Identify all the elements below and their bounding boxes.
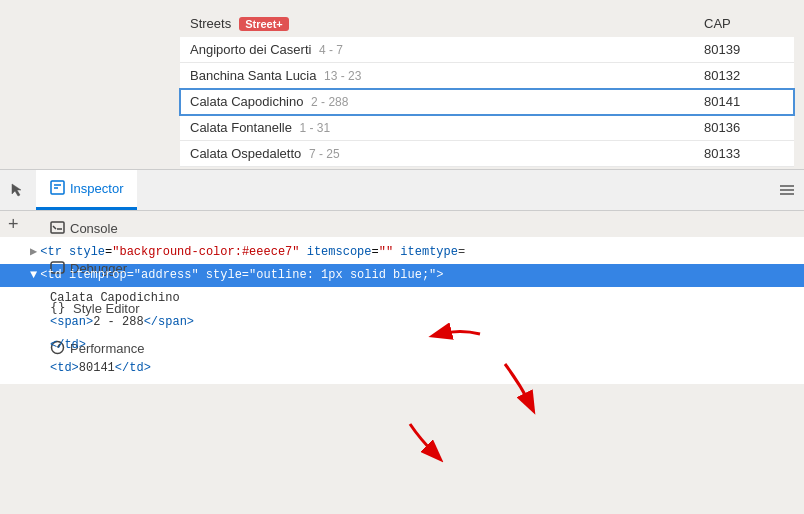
streets-header: Streets Street+ [190,16,704,31]
text: 2 - 288 [93,315,143,329]
attr-name: itemprop [62,268,127,282]
street-range: 4 - 7 [319,43,343,57]
table-row[interactable]: Calata Ospedaletto 7 - 25 80133 [180,141,794,167]
text: 80141 [79,361,115,375]
tab-inspector[interactable]: Inspector [36,170,137,210]
text-content: Calata Capodichino [50,291,180,305]
street-range: 1 - 31 [300,121,331,135]
table-row[interactable]: Banchina Santa Lucia 13 - 23 80132 [180,63,794,89]
close-tag: </td> [50,338,86,352]
table-row[interactable]: Calata Fontanelle 1 - 31 80136 [180,115,794,141]
attr-name: style [199,268,242,282]
street-name: Banchina Santa Lucia [190,68,316,83]
cap-cell: 80133 [704,146,784,161]
attr-value: "address" [134,268,199,282]
street-range: 7 - 25 [309,147,340,161]
streets-label: Streets [190,16,231,31]
cap-cell: 80132 [704,68,784,83]
html-line-td-cap[interactable]: <td>80141</td> [0,357,804,380]
street-range: 13 - 23 [324,69,361,83]
tag: <tr [40,245,62,259]
attr-name: itemscope [300,245,372,259]
table-row[interactable]: Calata Capodichino 2 - 288 80141 [180,89,794,115]
cap-cell: 80141 [704,94,784,109]
content-area: Streets Street+ CAP Angiporto dei Casert… [0,0,804,167]
table-rows: Angiporto dei Caserti 4 - 7 80139 Banchi… [180,37,794,167]
inspector-icon [50,180,65,195]
attr-value: "background-color:#eeece7" [112,245,299,259]
street-name: Calata Ospedaletto [190,146,301,161]
html-line-text: Calata Capodichino [0,287,804,310]
console-icon [50,220,65,235]
triangle: ▼ [30,268,37,282]
tag: <td [40,268,62,282]
cap-cell: 80136 [704,120,784,135]
html-line-tr[interactable]: ▶<tr style="background-color:#eeece7" it… [0,241,804,264]
street-name: Calata Fontanelle [190,120,292,135]
attr-value: "" [379,245,393,259]
street-cell: Calata Ospedaletto 7 - 25 [190,146,704,161]
html-line-span[interactable]: <span>2 - 288</span> [0,311,804,334]
street-range: 2 - 288 [311,95,348,109]
close-tag: </td> [115,361,151,375]
attr-name: itemtype [393,245,458,259]
tag: <td> [50,361,79,375]
street-cell: Banchina Santa Lucia 13 - 23 [190,68,704,83]
attr-name: style [62,245,105,259]
cursor-icon[interactable] [0,170,36,210]
tab-label: Inspector [70,181,123,196]
triangle: ▶ [30,245,37,259]
street-name: Angiporto dei Caserti [190,42,311,57]
overflow-icon[interactable] [772,170,804,210]
html-line-td-selected[interactable]: ▼<td itemprop="address" style="outline: … [0,264,804,287]
street-cell: Angiporto dei Caserti 4 - 7 [190,42,704,57]
cap-cell: 80139 [704,42,784,57]
street-name: Calata Capodichino [190,94,303,109]
table-container: Streets Street+ CAP Angiporto dei Casert… [180,10,794,167]
close-tag: </span> [144,315,194,329]
add-button[interactable]: + [8,215,19,233]
tab-label: Console [70,221,118,236]
console-icon [50,220,65,238]
attr-value: "outline: 1px solid blue;" [249,268,436,282]
tag-close: > [436,268,443,282]
cap-header: CAP [704,16,784,31]
devtools-toolbar: InspectorConsoleDebugger{}Style EditorPe… [0,169,804,211]
svg-rect-3 [51,222,64,233]
street-cell: Calata Capodichino 2 - 288 [190,94,704,109]
toolbar-tabs: InspectorConsoleDebugger{}Style EditorPe… [36,170,158,210]
svg-line-4 [53,226,56,229]
table-row[interactable]: Angiporto dei Caserti 4 - 7 80139 [180,37,794,63]
street-cell: Calata Fontanelle 1 - 31 [190,120,704,135]
tag: <span> [50,315,93,329]
table-header: Streets Street+ CAP [180,10,794,37]
inspector-icon [50,180,65,198]
street-plus-badge: Street+ [239,17,289,31]
